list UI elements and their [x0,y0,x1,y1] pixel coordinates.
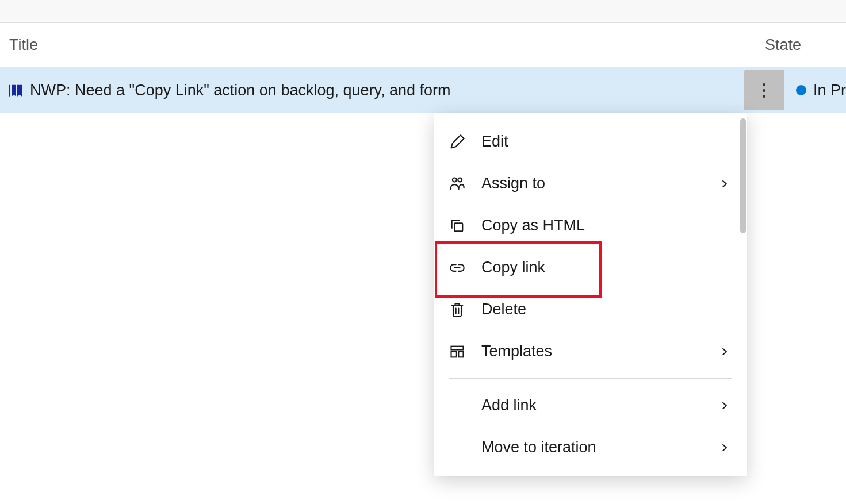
kebab-icon [763,83,765,98]
state-indicator-icon [796,85,806,95]
column-header-state[interactable]: State [707,36,846,54]
state-text: In Pr [813,82,846,99]
column-header-title[interactable]: Title [9,33,707,58]
state-cell: In Pr [795,82,846,99]
work-item-title: NWP: Need a "Copy Link" action on backlo… [30,82,744,99]
epic-icon [7,81,25,99]
toolbar [0,0,846,23]
table-header: Title State [0,23,846,68]
more-actions-button[interactable] [744,70,784,110]
work-item-row[interactable]: NWP: Need a "Copy Link" action on backlo… [0,68,846,113]
